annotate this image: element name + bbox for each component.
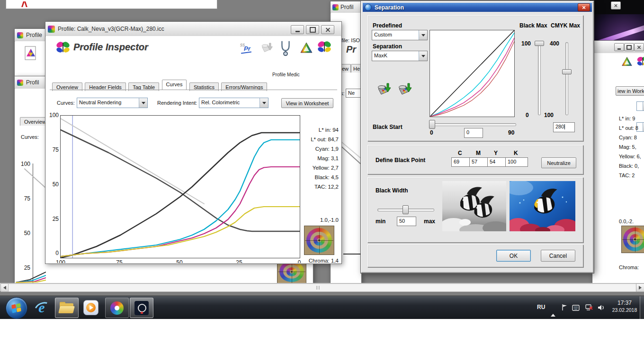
butterfly-logo-icon[interactable]	[636, 56, 644, 67]
app-logo-icon	[55, 41, 71, 54]
x-tick: 100	[54, 259, 68, 263]
app-title: Profile Inspector	[73, 42, 148, 53]
tray-expand-icon[interactable]	[551, 306, 555, 314]
volume-icon[interactable]	[598, 304, 605, 313]
black-point-m-input[interactable]: 57	[469, 157, 488, 167]
window-c-titlebar[interactable]	[592, 41, 644, 54]
black-max-slider[interactable]	[538, 42, 541, 115]
curves-chart[interactable]	[60, 115, 300, 258]
y-tick: 50	[47, 181, 59, 188]
black-width-label: Black Width	[376, 187, 408, 194]
readout-row: L* in: 94	[282, 125, 339, 135]
paint-can-disabled-icon[interactable]	[259, 41, 273, 55]
maximize-button[interactable]	[624, 43, 634, 51]
tab-strip: Overview Header Fields Tag Table Curves …	[52, 80, 268, 90]
prism-logo-icon[interactable]	[621, 56, 633, 67]
maximize-button[interactable]	[306, 25, 319, 34]
separation-mode-select[interactable]: MaxK	[372, 51, 428, 61]
x-tick: 75	[112, 259, 126, 263]
taskbar: e RU 17:37 23.02.2018	[0, 296, 644, 319]
fragment-close-button[interactable]	[611, 1, 621, 9]
cmyk-max-input[interactable]: 280	[553, 122, 575, 132]
black-point-c-input[interactable]: 69	[451, 157, 470, 167]
action-center-icon[interactable]	[562, 304, 567, 313]
close-button[interactable]	[321, 25, 334, 34]
window-d-titlebar[interactable]: Profil	[331, 1, 361, 13]
define-black-point-group: Define Black Point C M Y K 69 57 54 100 …	[367, 145, 583, 174]
prism-logo-icon[interactable]	[300, 41, 313, 55]
black-start-slider[interactable]	[429, 123, 516, 126]
readout-row: L* in: 9	[619, 114, 644, 123]
minimize-button[interactable]	[291, 25, 304, 34]
dialog-buttons-group: OK Cancel	[367, 245, 583, 267]
black-width-slider-thumb[interactable]	[402, 205, 409, 214]
safely-remove-icon[interactable]	[585, 304, 593, 313]
black-point-k-input[interactable]: 100	[505, 157, 528, 167]
cmyk-max-slider[interactable]	[565, 42, 568, 115]
combo-fragment[interactable]: Ne	[346, 89, 361, 98]
horizontal-scrollbar[interactable]	[0, 283, 644, 291]
taskbar-ie-button[interactable]: e	[30, 298, 53, 317]
black-point-y-input[interactable]: 54	[487, 157, 506, 167]
curves-label: Curves:	[57, 100, 75, 106]
folder-icon	[59, 302, 74, 314]
separation-main-group: Predefined Custom Separation MaxK Black …	[367, 15, 583, 141]
butterfly-logo-icon[interactable]	[317, 40, 332, 54]
tab-curves[interactable]: Curves	[162, 80, 187, 90]
cmyk-max-slider-thumb[interactable]	[562, 69, 572, 74]
taskbar-media-player-button[interactable]	[80, 298, 102, 317]
curves-select[interactable]: Neutral Rendering	[77, 98, 148, 108]
view-in-worksheet-button[interactable]: View in Worksheet	[281, 98, 333, 108]
readout-row: Cyan: 1,9	[282, 144, 339, 154]
scroll-right-button[interactable]	[636, 283, 644, 292]
point-label: 0.0,-2.	[619, 217, 634, 226]
y-tick: 50	[18, 230, 30, 237]
inspector-titlebar[interactable]: Profile: Calk_Neva_v3(GCR-Max)_280.icc	[45, 22, 341, 36]
cmyk-max-label: CMYK Max	[551, 22, 580, 29]
curves-plot[interactable]	[61, 116, 300, 258]
tab-divider	[50, 90, 337, 90]
cancel-button[interactable]: Cancel	[541, 250, 575, 262]
sspr-logo-icon[interactable]: ss Pr	[240, 42, 253, 54]
rendering-intent-select[interactable]: Rel. Colorimetric	[199, 98, 268, 108]
chevron-down-icon[interactable]	[139, 98, 147, 108]
paint-can-load-icon[interactable]	[375, 81, 392, 98]
chevron-down-icon[interactable]	[259, 98, 268, 108]
scrollbar-thumb[interactable]	[8, 283, 636, 292]
show-desktop-button[interactable]	[640, 296, 644, 319]
close-button[interactable]	[578, 3, 590, 11]
tab-fragment-header[interactable]: He	[351, 64, 361, 73]
chevron-down-icon[interactable]	[419, 30, 427, 40]
start-button[interactable]	[6, 297, 27, 319]
black-max-label: Black Max	[519, 22, 547, 29]
black-width-input[interactable]: 50	[397, 217, 416, 226]
taskbar-explorer-button[interactable]	[55, 298, 79, 318]
neutralize-button[interactable]: Neutralize	[541, 157, 576, 168]
readout-row: TAC: 2	[619, 171, 644, 180]
screen: Profile Profil Overview Curves:	[0, 0, 644, 364]
taskbar-profile-app-button[interactable]	[130, 298, 153, 318]
profile-window-icon	[332, 4, 339, 10]
language-indicator[interactable]: RU	[537, 304, 545, 310]
chevron-down-icon[interactable]	[419, 51, 427, 61]
minimize-button[interactable]	[614, 43, 624, 51]
predefined-select[interactable]: Custom	[372, 30, 428, 40]
close-button[interactable]	[634, 43, 644, 51]
input-indicator-icon[interactable]	[572, 304, 580, 313]
taskbar-clock[interactable]: 17:37 23.02.2018	[610, 299, 639, 313]
combo-fragment[interactable]	[636, 101, 644, 111]
black-start-input[interactable]: 0	[464, 128, 483, 138]
readout-row: Mag: 3,1	[282, 154, 339, 163]
chroma-label: Chroma:	[619, 263, 639, 272]
chroma-target-image	[304, 226, 334, 255]
black-max-slider-thumb[interactable]	[535, 41, 544, 46]
top-window-fragment	[6, 0, 217, 9]
view-in-worksheet-button-fragment[interactable]: iew in Worksheet	[616, 86, 644, 96]
black-start-slider-thumb[interactable]	[429, 120, 435, 129]
paint-can-save-icon[interactable]	[395, 81, 412, 98]
stethoscope-icon[interactable]	[278, 40, 293, 56]
curve-fragment-bottom	[16, 262, 46, 283]
ok-button[interactable]: OK	[496, 250, 531, 262]
separation-titlebar[interactable]: Separation	[363, 3, 592, 12]
taskbar-color-app-button[interactable]	[105, 298, 129, 318]
